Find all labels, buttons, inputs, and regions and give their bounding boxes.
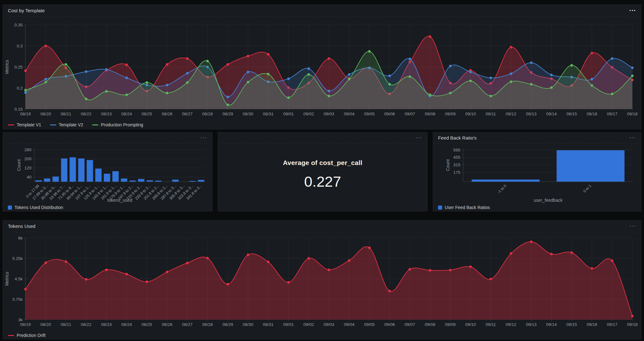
- bar-71-95-to-8-[interactable]: [69, 157, 76, 182]
- legend-label: Template V1: [17, 122, 41, 127]
- bar-35-98-to-5-[interactable]: [53, 177, 59, 182]
- svg-text:09/18: 09/18: [627, 322, 638, 327]
- y-axis-label: Count: [445, 159, 450, 171]
- bar-0-to-1[interactable]: [557, 150, 625, 182]
- legend-item-production-prompting[interactable]: Production Prompting: [92, 122, 143, 127]
- legend-swatch: [50, 124, 56, 125]
- svg-text:08/26: 08/26: [162, 112, 172, 116]
- svg-text:08/23: 08/23: [101, 322, 112, 327]
- svg-text:0.2: 0.2: [17, 86, 23, 91]
- svg-text:08/30: 08/30: [243, 322, 253, 327]
- panel-header: Cost by Template •••: [3, 5, 641, 17]
- cost-by-template-legend: Template V1Template V2Production Prompti…: [3, 120, 641, 129]
- panel-tokens-used-distribution: ••• 40120200280Count0 to 17.9917.99 to 3…: [3, 132, 213, 212]
- svg-text:315: 315: [453, 162, 460, 167]
- bar-89-94-to-1-[interactable]: [78, 158, 85, 182]
- svg-text:09/06: 09/06: [384, 322, 395, 327]
- tokens_used_distribution-svg: 40120200280Count0 to 17.9917.99 to 3...3…: [3, 144, 213, 204]
- panel-menu-ellipsis-icon[interactable]: •••: [630, 8, 636, 13]
- panel-title[interactable]: Tokens Used: [8, 223, 36, 229]
- svg-text:08/27: 08/27: [182, 322, 193, 327]
- bar-17-99-to-3-[interactable]: [44, 179, 50, 182]
- legend-item-template-v1[interactable]: Template V1: [8, 122, 41, 127]
- svg-text:120: 120: [24, 166, 31, 170]
- bar-161-9-to-1-[interactable]: [112, 171, 119, 182]
- tokens-used-distribution-chart[interactable]: 40120200280Count0 to 17.9917.99 to 3...3…: [3, 144, 212, 204]
- bar-0-to-17-99[interactable]: [36, 180, 42, 182]
- y-tick-labels: 3k3.75k4.5k5.25k6k: [12, 236, 23, 322]
- panel-title[interactable]: Cost by Template: [8, 8, 45, 13]
- panel-menu-ellipsis-icon[interactable]: •••: [630, 224, 636, 228]
- svg-text:09/07: 09/07: [404, 112, 415, 116]
- svg-text:6k: 6k: [18, 236, 23, 240]
- y-axis-label: Count: [16, 159, 21, 171]
- panel-title[interactable]: Feed Back Ratio's: [438, 135, 477, 140]
- svg-text:08/19: 08/19: [20, 112, 31, 116]
- svg-text:09/07: 09/07: [404, 322, 415, 327]
- svg-text:0.25: 0.25: [14, 65, 23, 69]
- bar-53-96-to-7-[interactable]: [61, 158, 67, 182]
- bar-215-9-to-2-[interactable]: [138, 179, 144, 182]
- x-axis-label: user_feedback: [534, 198, 563, 203]
- bar-107-9-to-1-[interactable]: [87, 160, 93, 182]
- user-feedback-chart[interactable]: 175315455595Count-1 to 00 to 1user_feedb…: [433, 144, 641, 204]
- svg-text:09/13: 09/13: [526, 112, 536, 116]
- legend-label: Tokens Used Distribution: [14, 205, 63, 210]
- svg-text:3k: 3k: [18, 317, 23, 322]
- y-axis-label: Metrics: [4, 272, 9, 286]
- svg-text:08/30: 08/30: [243, 112, 253, 116]
- legend-item-tokens-used-distribution[interactable]: Tokens Used Distribution: [8, 205, 63, 210]
- bar-233-8-to-2-[interactable]: [147, 180, 153, 182]
- bar-251-8-to-2-[interactable]: [155, 181, 161, 182]
- panel-menu-ellipsis-icon[interactable]: •••: [416, 136, 422, 140]
- svg-text:08/22: 08/22: [81, 322, 92, 327]
- svg-text:09/05: 09/05: [364, 322, 375, 327]
- svg-text:09/11: 09/11: [486, 322, 496, 327]
- svg-text:09/17: 09/17: [607, 322, 618, 327]
- panel-menu-ellipsis-icon[interactable]: •••: [201, 136, 207, 140]
- svg-text:09/02: 09/02: [303, 322, 314, 327]
- panel-menu-ellipsis-icon[interactable]: •••: [630, 136, 636, 140]
- cost-by-template-chart[interactable]: 08/1908/2008/2108/2208/2308/2408/2508/26…: [3, 17, 641, 120]
- legend-swatch: [8, 206, 12, 210]
- cost_by_template-svg: 08/1908/2008/2108/2208/2308/2408/2508/26…: [3, 17, 642, 120]
- legend-swatch: [92, 124, 98, 125]
- panel-header: Feed Back Ratio's •••: [433, 132, 641, 144]
- bar-341-8-to-3-[interactable]: [198, 180, 204, 182]
- bar-179-9-to-1-[interactable]: [121, 179, 127, 182]
- bar-287-8-to-3-[interactable]: [172, 179, 179, 182]
- bar-323-8-to-3-[interactable]: [189, 181, 196, 182]
- svg-text:200: 200: [24, 157, 31, 161]
- legend-item-user-feed-back-ratios[interactable]: User Feed Back Ratios: [438, 205, 490, 210]
- bar-125-9-to-1-[interactable]: [95, 168, 102, 182]
- x-tick-labels: -1 to 00 to 1: [497, 182, 592, 194]
- svg-text:08/24: 08/24: [121, 322, 132, 327]
- svg-text:09/01: 09/01: [283, 322, 294, 327]
- svg-text:09/01: 09/01: [283, 112, 294, 116]
- svg-text:08/28: 08/28: [202, 112, 213, 116]
- bar-143-9-to-1-[interactable]: [104, 174, 110, 182]
- svg-text:08/29: 08/29: [222, 322, 233, 327]
- legend-label: Template V2: [59, 122, 83, 127]
- svg-text:595: 595: [453, 148, 460, 152]
- panel-tokens-used: Tokens Used ••• 08/1908/2008/2108/2208/2…: [3, 220, 641, 339]
- svg-text:4.5k: 4.5k: [14, 277, 23, 281]
- svg-text:08/27: 08/27: [182, 112, 193, 116]
- grafana-dashboard: { "theme": { "page_bg": "#0a0b0d", "pane…: [0, 0, 644, 341]
- svg-text:0.3: 0.3: [17, 44, 23, 48]
- user-feedback-legend: User Feed Back Ratios: [433, 204, 641, 211]
- svg-text:08/21: 08/21: [61, 322, 71, 327]
- svg-text:09/08: 09/08: [425, 322, 436, 327]
- svg-text:0.15: 0.15: [14, 107, 23, 112]
- legend-item-prediction-drift[interactable]: Prediction Drift: [8, 333, 46, 338]
- svg-text:09/09: 09/09: [445, 112, 456, 116]
- tokens-used-legend: Prediction Drift: [3, 332, 641, 339]
- legend-label: Prediction Drift: [17, 333, 46, 338]
- legend-swatch: [8, 335, 14, 336]
- legend-item-template-v2[interactable]: Template V2: [50, 122, 83, 127]
- svg-text:09/14: 09/14: [546, 112, 557, 116]
- svg-text:09/08: 09/08: [425, 112, 436, 116]
- tokens-used-chart[interactable]: 08/1908/2008/2108/2208/2308/2408/2508/26…: [3, 232, 641, 332]
- bar-197-9-to-2-[interactable]: [130, 180, 136, 182]
- bar--1-to-0[interactable]: [472, 179, 540, 182]
